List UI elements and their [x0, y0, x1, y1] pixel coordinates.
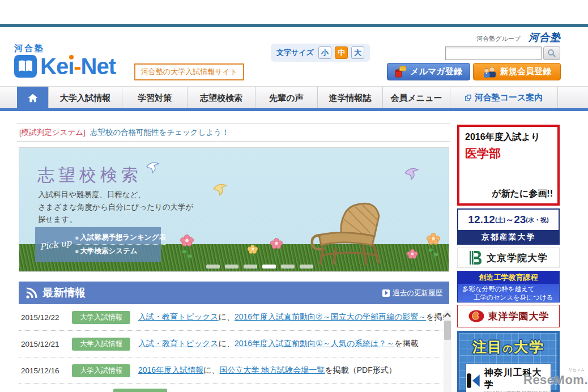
register-label: 新規会員登録: [500, 66, 551, 77]
ticker-bar[interactable]: [模試判定システム] 志望校の合格可能性をチェックしよう！: [17, 123, 450, 142]
slide-dash-1[interactable]: [206, 265, 220, 269]
slide-dash-2[interactable]: [225, 265, 238, 269]
slide-dash-4-active[interactable]: [262, 265, 276, 269]
external-link-icon: [465, 95, 471, 101]
kyoto-dates: 12.12(土)～23(水・祝): [458, 210, 559, 230]
banner-souzou-kougaku[interactable]: 創造工学教育課程 多彩な分野の枠を越えて 工学のセンスを身につける: [457, 271, 560, 302]
scroll-up-button[interactable]: [444, 310, 451, 319]
news-date: 2015/12/22: [21, 313, 64, 322]
news-text: 入試・教育トピックスに、2016年度入試直前動向②～国立大の学部再編の影響～を掲…: [138, 312, 450, 322]
home-icon: [28, 93, 38, 103]
main-navigation: 大学入試情報 学習対策 志望校検索 先輩の声 進学情報誌 会員メニュー 河合塾コ…: [0, 86, 588, 108]
pickup-link-search[interactable]: ■大学検索システム: [75, 245, 166, 258]
news-link[interactable]: 2016年度入試直前動向②～国立大の学部再編の影響～: [235, 312, 426, 321]
search-input[interactable]: [445, 46, 542, 60]
font-size-medium-button[interactable]: 中: [335, 46, 348, 59]
kait-name: 神奈川工科大学: [484, 367, 551, 391]
slide-dash-5[interactable]: [281, 265, 295, 269]
pickup-panel: Pick up ■入試難易予想ランキング表 ■大学検索システム: [35, 227, 161, 262]
news-category-badge: 大学入試情報: [72, 338, 130, 351]
nav-item-magazine[interactable]: 進学情報誌: [318, 87, 383, 109]
slide-dash-3[interactable]: [244, 265, 257, 269]
news-row: 2015/12/22 大学入試情報 入試・教育トピックスに、2016年度入試直前…: [19, 304, 442, 331]
banner-toyo-gakuen[interactable]: 東洋学園大学: [457, 305, 560, 327]
news-link[interactable]: 入試・教育トピックス: [138, 312, 219, 321]
member-register-button[interactable]: 新規会員登録: [473, 63, 561, 80]
news-section-header: 最新情報 過去の更新履歴: [19, 282, 449, 304]
kait-logo-box[interactable]: 神奈川工科大学 KANAGAWA INSTITUTE OF TECHNOLOGY: [466, 364, 551, 392]
mailbox-icon: [395, 66, 407, 78]
news-history-link[interactable]: 過去の更新履歴: [382, 288, 442, 298]
flower-icon: [406, 249, 419, 272]
news-category-badge: 大学入試情報: [72, 311, 130, 324]
featured-title: 注目の大学: [459, 338, 557, 356]
nav-course-guide-link[interactable]: 河合塾コース案内: [450, 87, 558, 109]
font-size-selector: 文字サイズ 小 中 大: [271, 44, 370, 62]
top-divider: [0, 24, 588, 27]
logo-kawaijuku-text: 河合塾: [14, 43, 116, 54]
site-tagline: 河合塾の大学入試情報サイト: [134, 63, 244, 80]
toyo-logo-icon: [468, 309, 485, 323]
members-icon: [483, 66, 497, 78]
pickup-label: Pick up: [39, 237, 72, 252]
news-text: 2016年度入試情報に、国公立大学 地方試験会場一覧を掲載（PDF形式）: [138, 365, 397, 376]
news-scrollbar[interactable]: [444, 310, 451, 392]
nav-home-tab[interactable]: [17, 87, 48, 109]
book-icon: [14, 55, 37, 78]
pickup-link-ranking[interactable]: ■入試難易予想ランキング表: [75, 231, 166, 244]
news-link[interactable]: 2016年度入試情報: [138, 365, 203, 374]
news-badge-partial: [113, 389, 167, 392]
nav-item-senpai-voice[interactable]: 先輩の声: [255, 87, 318, 109]
news-date: 2015/12/21: [21, 340, 64, 348]
slide-dash-6[interactable]: [300, 265, 313, 269]
logo-keinet-text: Keı-Net: [40, 55, 116, 78]
news-text: 入試・教育トピックスに、2016年度入試直前動向①～人気の系統は？～を掲載: [138, 339, 419, 349]
search-icon: [547, 49, 556, 58]
group-label: 河合塾グループ: [476, 35, 521, 43]
flower-icon: [247, 244, 258, 267]
slider-pagination: [206, 265, 313, 269]
ticker-text: 志望校の合格可能性をチェックしよう！: [90, 127, 229, 138]
bird-icon: [145, 159, 162, 174]
rss-icon: [25, 287, 37, 299]
bird-icon: [212, 181, 230, 197]
hero-title: 志望校検索: [37, 164, 142, 187]
kawaijuku-brand-link[interactable]: 河合塾: [529, 31, 561, 44]
site-logo[interactable]: 河合塾 Keı-Net: [14, 43, 116, 78]
news-section-title: 最新情報: [42, 286, 86, 300]
bunkyo-logo-icon: [469, 250, 483, 265]
font-size-large-button[interactable]: 大: [351, 46, 364, 59]
bird-icon: [403, 165, 421, 181]
search-button[interactable]: [543, 46, 560, 60]
chevron-up-icon: [444, 313, 451, 317]
news-category-badge: 大学入試情報: [72, 364, 130, 377]
news-date: 2015/12/16: [21, 367, 64, 375]
hero-slider[interactable]: 志望校検索 入試科目や難易度、日程など、 さまざまな角度から自分にぴったりの大学…: [19, 147, 449, 272]
nav-item-admission-info[interactable]: 大学入試情報: [48, 87, 122, 109]
banner-bunkyo-gakuin[interactable]: 文京学院大学: [457, 248, 560, 268]
news-link[interactable]: 入試・教育トピックス: [138, 339, 219, 348]
arrow-icon: [382, 289, 390, 297]
font-size-label: 文字サイズ: [276, 48, 314, 58]
nav-item-school-search[interactable]: 志望校検索: [188, 87, 255, 109]
kyoto-name: 京都産業大学: [458, 230, 559, 244]
flower-icon: [180, 234, 194, 263]
nav-item-member-menu[interactable]: 会員メニュー: [383, 87, 450, 109]
mailmag-label: メルマガ登録: [410, 66, 462, 77]
news-list: 2015/12/22 大学入試情報 入試・教育トピックスに、2016年度入試直前…: [19, 304, 442, 384]
nav-underline: [0, 108, 588, 111]
news-link[interactable]: 国公立大学 地方試験会場一覧: [219, 365, 325, 374]
kait-logo-icon: [466, 373, 481, 389]
scrollbar-thumb[interactable]: [444, 321, 451, 340]
flower-icon: [270, 237, 283, 265]
ticker-tag: [模試判定システム]: [19, 127, 86, 138]
mailmag-register-button[interactable]: メルマガ登録: [387, 63, 470, 80]
font-size-small-button[interactable]: 小: [318, 46, 331, 59]
news-row: 2015/12/21 大学入試情報 入試・教育トピックスに、2016年度入試直前…: [19, 331, 442, 357]
flower-icon: [426, 232, 441, 262]
banner-kyoto-sangyo[interactable]: 12.12(土)～23(水・祝) 京都産業大学: [457, 208, 560, 245]
news-link[interactable]: 2016年度入試直前動向①～人気の系統は？～: [235, 339, 394, 348]
banner-featured-university[interactable]: 注目の大学 神奈川工科大学 KANAGAWA INSTITUTE OF TECH…: [457, 331, 560, 392]
nav-item-study[interactable]: 学習対策: [122, 87, 188, 109]
banner-medical-faculty[interactable]: 2016年度入試より 医学部 が新たに参画!!: [457, 125, 560, 206]
